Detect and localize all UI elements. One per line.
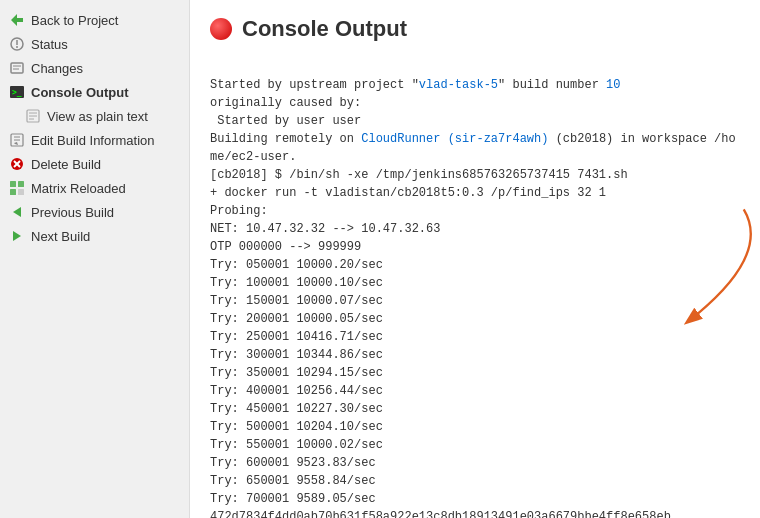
svg-marker-0 <box>11 14 23 26</box>
svg-rect-4 <box>11 63 23 73</box>
delete-icon <box>8 155 26 173</box>
sidebar-item-changes[interactable]: Changes <box>0 56 189 80</box>
status-red-dot <box>210 18 232 40</box>
changes-icon <box>8 59 26 77</box>
sidebar-item-delete[interactable]: Delete Build <box>0 152 189 176</box>
sidebar-item-console[interactable]: >_ Console Output <box>0 80 189 104</box>
svg-rect-19 <box>10 181 16 187</box>
plaintext-icon <box>24 107 42 125</box>
console-icon: >_ <box>8 83 26 101</box>
svg-rect-20 <box>18 181 24 187</box>
build-number-link[interactable]: 10 <box>606 78 620 92</box>
edit-icon <box>8 131 26 149</box>
sidebar-item-back[interactable]: Back to Project <box>0 8 189 32</box>
page-header: Console Output <box>210 16 740 42</box>
page-title: Console Output <box>242 16 407 42</box>
svg-rect-22 <box>18 189 24 195</box>
svg-point-3 <box>16 46 18 48</box>
svg-rect-21 <box>10 189 16 195</box>
matrix-icon <box>8 179 26 197</box>
sidebar-item-next[interactable]: Next Build <box>0 224 189 248</box>
console-output-text: Started by upstream project "vlad-task-5… <box>210 58 740 518</box>
cloudrunner-link[interactable]: CloudRunner (sir-za7r4awh) <box>361 132 548 146</box>
sidebar-item-edit[interactable]: Edit Build Information <box>0 128 189 152</box>
svg-marker-23 <box>13 207 21 217</box>
back-icon <box>8 11 26 29</box>
upstream-project-link[interactable]: vlad-task-5 <box>419 78 498 92</box>
sidebar-item-previous[interactable]: Previous Build <box>0 200 189 224</box>
main-content: Console Output Started by upstream proje… <box>190 0 760 518</box>
prev-icon <box>8 203 26 221</box>
sidebar: Back to Project Status Changes >_ <box>0 0 190 518</box>
svg-text:>_: >_ <box>12 88 22 97</box>
next-icon <box>8 227 26 245</box>
sidebar-item-matrix[interactable]: Matrix Reloaded <box>0 176 189 200</box>
status-icon <box>8 35 26 53</box>
svg-marker-24 <box>13 231 21 241</box>
sidebar-item-status[interactable]: Status <box>0 32 189 56</box>
sidebar-item-plaintext[interactable]: View as plain text <box>0 104 189 128</box>
